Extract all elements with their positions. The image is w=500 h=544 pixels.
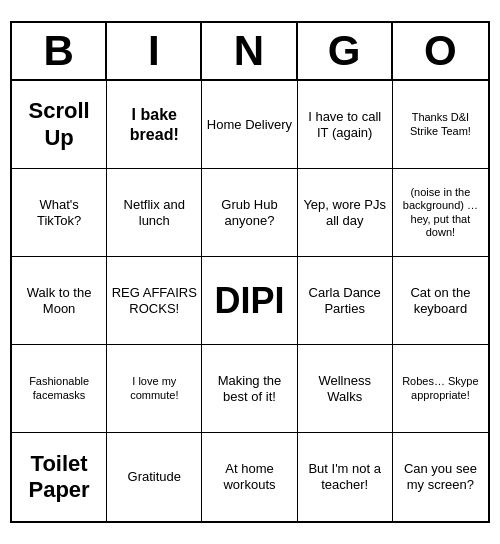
bingo-header: BINGO xyxy=(12,23,488,81)
bingo-letter-b: B xyxy=(12,23,107,79)
bingo-cell-4: Thanks D&I Strike Team! xyxy=(393,81,488,169)
bingo-grid: Scroll UpI bake bread!Home DeliveryI hav… xyxy=(12,81,488,521)
bingo-cell-8: Yep, wore PJs all day xyxy=(298,169,393,257)
bingo-letter-n: N xyxy=(202,23,297,79)
bingo-cell-5: What's TikTok? xyxy=(12,169,107,257)
bingo-cell-0: Scroll Up xyxy=(12,81,107,169)
bingo-cell-21: Gratitude xyxy=(107,433,202,521)
bingo-cell-15: Fashionable facemasks xyxy=(12,345,107,433)
bingo-cell-19: Robes… Skype appropriate! xyxy=(393,345,488,433)
bingo-cell-22: At home workouts xyxy=(202,433,297,521)
bingo-cell-24: Can you see my screen? xyxy=(393,433,488,521)
bingo-cell-1: I bake bread! xyxy=(107,81,202,169)
bingo-cell-16: I love my commute! xyxy=(107,345,202,433)
bingo-cell-20: Toilet Paper xyxy=(12,433,107,521)
bingo-cell-23: But I'm not a teacher! xyxy=(298,433,393,521)
bingo-letter-i: I xyxy=(107,23,202,79)
bingo-cell-3: I have to call IT (again) xyxy=(298,81,393,169)
bingo-letter-g: G xyxy=(298,23,393,79)
bingo-cell-9: (noise in the background) … hey, put tha… xyxy=(393,169,488,257)
bingo-cell-11: REG AFFAIRS ROCKS! xyxy=(107,257,202,345)
bingo-cell-17: Making the best of it! xyxy=(202,345,297,433)
bingo-cell-2: Home Delivery xyxy=(202,81,297,169)
bingo-cell-12: DIPI xyxy=(202,257,297,345)
bingo-cell-14: Cat on the keyboard xyxy=(393,257,488,345)
bingo-cell-13: Carla Dance Parties xyxy=(298,257,393,345)
bingo-cell-7: Grub Hub anyone? xyxy=(202,169,297,257)
bingo-cell-18: Wellness Walks xyxy=(298,345,393,433)
bingo-letter-o: O xyxy=(393,23,488,79)
bingo-cell-6: Netflix and lunch xyxy=(107,169,202,257)
bingo-card: BINGO Scroll UpI bake bread!Home Deliver… xyxy=(10,21,490,523)
bingo-cell-10: Walk to the Moon xyxy=(12,257,107,345)
